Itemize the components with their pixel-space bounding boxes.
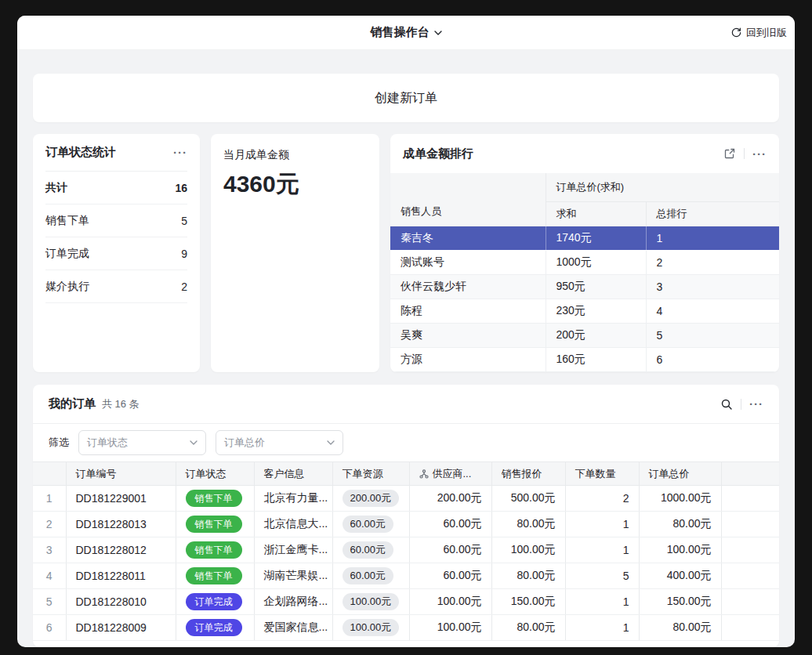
quantity: 5 (565, 563, 639, 589)
status-badge: 销售下单 (186, 516, 242, 533)
spacer-cell (721, 486, 779, 512)
order-total: 80.00元 (639, 615, 721, 641)
row-index: 1 (33, 486, 66, 512)
spacer-cell (721, 563, 779, 589)
ranking-sum: 1000元 (546, 250, 646, 274)
col-supplier-label: 供应商... (433, 467, 472, 481)
col-total: 订单总价 (639, 462, 721, 486)
order-status-filter[interactable]: 订单状态 (78, 430, 206, 455)
ranking-person: 吴爽 (390, 323, 546, 347)
quantity: 1 (565, 537, 639, 563)
col-order-status: 订单状态 (176, 462, 254, 486)
col-sum: 求和 (546, 201, 646, 226)
order-total-filter[interactable]: 订单总价 (216, 430, 343, 455)
ranking-rank: 1 (646, 226, 779, 250)
order-no: DD181228011 (66, 563, 176, 589)
ranking-rank: 6 (646, 347, 779, 371)
stats-card-title: 订单状态统计 (45, 145, 116, 160)
ranking-row[interactable]: 吴爽 200元 5 (390, 323, 779, 347)
app-window: 销售操作台 回到旧版 创建新订单 订单状态统计 (17, 16, 795, 647)
relation-icon (419, 469, 429, 479)
orders-count: 共 16 条 (102, 397, 140, 411)
stat-value: 5 (181, 215, 187, 227)
workspace-switcher[interactable]: 销售操作台 (371, 25, 442, 40)
supplier-price: 60.00元 (409, 563, 491, 589)
order-no: DD181229001 (66, 486, 176, 512)
sales-quote: 80.00元 (491, 512, 565, 537)
stat-row-sales-order[interactable]: 销售下单 5 (45, 204, 187, 237)
ranking-row[interactable]: 秦吉冬 1740元 1 (390, 226, 779, 250)
resource-tag: 60.00元 (343, 567, 394, 584)
resource-tag: 100.00元 (343, 593, 400, 610)
filter-row: 筛选 订单状态 订单总价 (33, 424, 779, 461)
ranking-rank: 2 (646, 250, 779, 274)
more-icon[interactable]: ··· (173, 147, 187, 158)
order-no: DD181228009 (66, 615, 176, 641)
month-amount-card: 当月成单金额 4360元 (211, 134, 379, 372)
col-rownum (33, 462, 66, 486)
stat-label: 媒介执行 (45, 280, 89, 294)
stat-value: 2 (181, 280, 187, 293)
search-icon[interactable] (720, 398, 733, 411)
sales-quote: 80.00元 (491, 563, 565, 589)
export-icon[interactable] (723, 147, 736, 160)
ranking-sum: 160元 (546, 347, 646, 371)
table-row[interactable]: 3 DD181228012 销售下单 浙江金鹰卡... 60.00元 60.00… (33, 537, 779, 563)
ranking-row[interactable]: 陈程 230元 4 (390, 299, 779, 323)
divider (744, 148, 745, 159)
table-row[interactable]: 4 DD181228011 销售下单 湖南芒果娱... 60.00元 60.00… (33, 563, 779, 589)
row-index: 6 (33, 615, 66, 641)
order-no: DD181228010 (66, 589, 176, 615)
stats-row: 订单状态统计 ··· 共计 16 销售下单 5 订单完成 9 媒介执行 2 (33, 134, 779, 372)
sales-quote: 150.00元 (491, 589, 565, 615)
more-icon[interactable]: ··· (749, 398, 763, 410)
ranking-person: 秦吉冬 (390, 226, 546, 250)
stat-row-order-complete[interactable]: 订单完成 9 (45, 237, 187, 270)
more-icon[interactable]: ··· (752, 148, 767, 160)
orders-header-row: 订单编号 订单状态 客户信息 下单资源 供应商... (33, 462, 779, 486)
table-row[interactable]: 6 DD181228009 订单完成 爱国家信息... 100.00元 100.… (33, 615, 779, 641)
ranking-person: 方源 (390, 347, 546, 371)
stat-row-total[interactable]: 共计 16 (45, 172, 187, 204)
row-index: 4 (33, 563, 66, 589)
page-title: 销售操作台 (371, 25, 430, 40)
ranking-person: 伙伴云魏少轩 (390, 274, 546, 299)
supplier-price: 200.00元 (409, 486, 491, 512)
col-supplier: 供应商... (409, 462, 491, 486)
customer: 北京信息大... (254, 512, 332, 537)
sales-quote: 100.00元 (491, 537, 565, 563)
create-order-button[interactable]: 创建新订单 (33, 74, 779, 122)
row-index: 2 (33, 512, 66, 537)
row-index: 3 (33, 537, 66, 563)
ranking-sum: 950元 (546, 274, 646, 299)
quantity: 1 (565, 512, 639, 537)
stat-value: 16 (175, 182, 187, 194)
customer: 企划路网络... (254, 589, 332, 615)
stat-row-media-exec[interactable]: 媒介执行 2 (45, 270, 187, 303)
col-rank: 总排行 (646, 201, 779, 226)
ranking-row[interactable]: 伙伴云魏少轩 950元 3 (390, 274, 779, 299)
col-order-no: 订单编号 (66, 462, 176, 486)
ranking-person: 测试账号 (390, 250, 546, 274)
spacer-cell (721, 615, 779, 641)
customer: 湖南芒果娱... (254, 563, 332, 589)
restore-icon (730, 27, 742, 38)
table-row[interactable]: 2 DD181228013 销售下单 北京信息大... 60.00元 60.00… (33, 512, 779, 537)
resource-tag: 60.00元 (343, 541, 394, 559)
customer: 北京有力量... (254, 486, 332, 512)
ranking-rank: 4 (646, 299, 779, 323)
ranking-row[interactable]: 测试账号 1000元 2 (390, 250, 779, 274)
status-badge: 销售下单 (186, 490, 242, 507)
resource-tag: 100.00元 (343, 619, 400, 636)
ranking-rank: 5 (646, 323, 779, 347)
customer: 浙江金鹰卡... (254, 537, 332, 563)
table-row[interactable]: 1 DD181229001 销售下单 北京有力量... 200.00元 200.… (33, 486, 779, 512)
ranking-row[interactable]: 方源 160元 6 (390, 347, 779, 371)
ranking-header-row: 销售人员 订单总价(求和) (390, 173, 779, 201)
col-qty: 下单数量 (565, 462, 639, 486)
chevron-down-icon (434, 31, 442, 35)
ranking-sum: 1740元 (546, 226, 646, 250)
restore-old-version-button[interactable]: 回到旧版 (730, 16, 787, 49)
col-quote: 销售报价 (491, 462, 565, 486)
table-row[interactable]: 5 DD181228010 订单完成 企划路网络... 100.00元 100.… (33, 589, 779, 615)
